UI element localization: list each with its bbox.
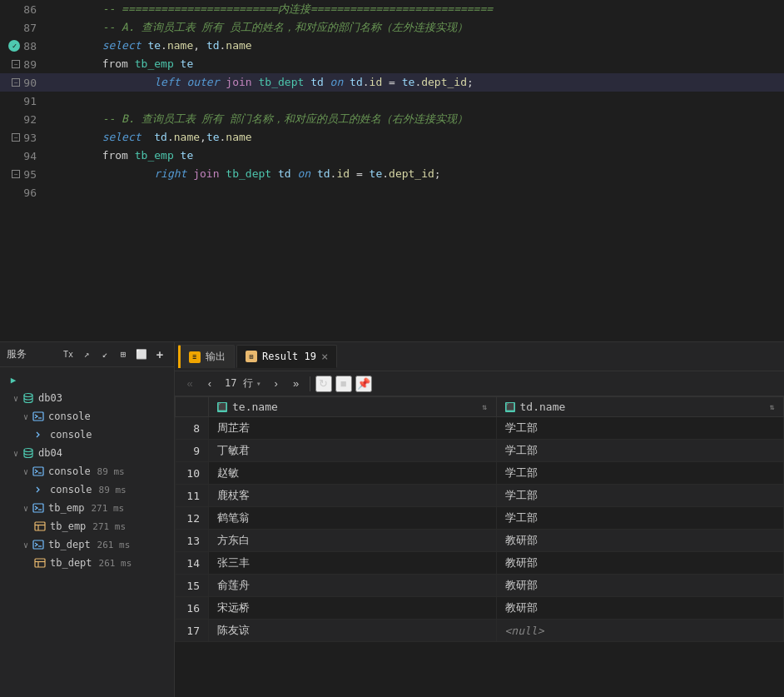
sidebar-tree: ▶ ∨ db03 ∨ console — [0, 367, 174, 575]
line-number-92: 92 — [0, 113, 43, 126]
row-tdname-cell: 学工部 — [496, 462, 784, 485]
service-label: 服务 — [7, 347, 27, 361]
row-num-cell: 15 — [176, 575, 209, 597]
refresh-button[interactable]: ↻ — [315, 376, 332, 392]
console2-child-badge: 89 ms — [99, 485, 127, 495]
pin-button[interactable]: 📌 — [355, 376, 372, 392]
db-icon-db03 — [22, 391, 35, 405]
console2-child-label: console — [50, 484, 92, 495]
svg-rect-13 — [35, 559, 45, 567]
sidebar-item-console2-child[interactable]: console 89 ms — [0, 480, 174, 499]
toolbar-sep-1 — [310, 376, 310, 391]
row-num-cell: 17 — [176, 620, 209, 642]
tab-close-result19[interactable]: × — [321, 350, 328, 363]
tab-result19[interactable]: ⊞ Result 19 × — [236, 345, 337, 368]
fold-icon-90[interactable]: − — [12, 78, 20, 87]
result-table-container[interactable]: ⬛ te.name ⇅ ⬛ td.name ⇅ — [175, 396, 784, 697]
fold-icon-95[interactable]: − — [12, 170, 20, 178]
result-table-body: 8周芷若学工部9丁敏君学工部10赵敏学工部11鹿杖客学工部12鹤笔翁学工部13方… — [176, 417, 784, 642]
tbdept-badge: 261 ms — [97, 540, 131, 550]
code-line-96: 96 — [0, 183, 784, 202]
stop-button[interactable]: ■ — [335, 376, 352, 392]
sidebar-item-console2[interactable]: ∨ console 89 ms — [0, 462, 174, 480]
nav-first-button[interactable]: « — [181, 376, 198, 392]
right-panel: ≡ 输出 ⊞ Result 19 × « ‹ 17 行 ▾ › » ↻ ■ 📌 — [175, 342, 784, 697]
table-row: 10赵敏学工部 — [176, 462, 784, 485]
tbemp-badge: 271 ms — [91, 503, 124, 514]
row-tdname-cell: 教研部 — [496, 552, 784, 575]
row-num-cell: 9 — [176, 440, 209, 462]
row-tdname-cell: 学工部 — [496, 440, 784, 462]
row-tename-cell: 方东白 — [209, 530, 497, 552]
svg-rect-8 — [35, 522, 45, 530]
table-header-row: ⬛ te.name ⇅ ⬛ td.name ⇅ — [176, 397, 784, 417]
row-num-cell: 10 — [176, 462, 209, 485]
nav-last-button[interactable]: » — [288, 376, 305, 392]
sidebar-item-tb-dept-child[interactable]: tb_dept 261 ms — [0, 554, 174, 572]
row-tename-cell: 赵敏 — [209, 462, 497, 485]
console1-child-label: console — [50, 429, 92, 441]
layout-icon[interactable]: ⬜ — [134, 347, 149, 362]
console-child-icon-2 — [33, 483, 47, 496]
row-tename-cell: 陈友谅 — [209, 620, 497, 642]
sidebar-item-console1-child[interactable]: console — [0, 426, 174, 444]
row-tename-cell: 宋远桥 — [209, 597, 497, 620]
col-header-tename[interactable]: ⬛ te.name ⇅ — [209, 397, 497, 417]
col-header-tdname[interactable]: ⬛ td.name ⇅ — [496, 397, 784, 417]
tename-sort-icon[interactable]: ⇅ — [482, 402, 487, 411]
sidebar-item-tb-emp-child[interactable]: tb_emp 271 ms — [0, 517, 174, 535]
table-row: 12鹤笔翁学工部 — [176, 507, 784, 530]
console-child-icon-1 — [33, 428, 47, 441]
sidebar-item-db03[interactable]: ∨ db03 — [0, 389, 174, 407]
table-row: 15俞莲舟教研部 — [176, 575, 784, 597]
sidebar-item-play[interactable]: ▶ — [0, 371, 174, 389]
sidebar-item-console1[interactable]: ∨ console — [0, 407, 174, 426]
sidebar-item-tb-emp[interactable]: ∨ tb_emp 271 ms — [0, 499, 174, 517]
chevron-console2: ∨ — [23, 467, 28, 476]
row-tename-cell: 丁敏君 — [209, 440, 497, 462]
play-icon: ▶ — [7, 373, 20, 386]
tbdept-child-label: tb_dept — [50, 557, 92, 569]
table-row: 8周芷若学工部 — [176, 417, 784, 440]
console-icon-2 — [32, 465, 45, 478]
chevron-tbemp: ∨ — [23, 504, 28, 513]
table-row: 9丁敏君学工部 — [176, 440, 784, 462]
tdname-col-icon: ⬛ — [505, 402, 515, 412]
db04-label: db04 — [38, 447, 62, 459]
row-tename-cell: 张三丰 — [209, 552, 497, 575]
console-icon-1 — [32, 410, 45, 423]
grid-icon[interactable]: ⊞ — [116, 347, 131, 362]
line-number-88: ✓ 88 — [0, 40, 43, 52]
tabs-bar: ≡ 输出 ⊞ Result 19 × — [175, 342, 784, 371]
tbemp-icon — [32, 501, 45, 515]
table-row: 14张三丰教研部 — [176, 552, 784, 575]
tdname-col-label: td.name — [520, 401, 566, 413]
expand-icon[interactable]: ↗ — [79, 347, 94, 362]
fold-icon-89[interactable]: − — [12, 60, 20, 68]
tx-icon[interactable]: Tx — [61, 347, 76, 362]
row-num-cell: 16 — [176, 597, 209, 620]
chevron-db03: ∨ — [13, 394, 18, 403]
tbemp-child-label: tb_emp — [50, 520, 86, 532]
nav-next-button[interactable]: › — [268, 376, 285, 392]
line-number-91: 91 — [0, 95, 43, 107]
code-editor[interactable]: 86 -- ========================内连接=======… — [0, 0, 784, 341]
collapse-icon[interactable]: ↙ — [97, 347, 112, 362]
sidebar-item-db04[interactable]: ∨ db04 — [0, 444, 174, 462]
add-icon[interactable]: + — [152, 347, 167, 362]
rows-info: 17 行 ▾ — [221, 376, 265, 391]
db03-label: db03 — [38, 392, 62, 404]
chevron-db04: ∨ — [13, 449, 18, 458]
nav-prev-button[interactable]: ‹ — [201, 376, 218, 392]
rows-dropdown-icon[interactable]: ▾ — [256, 379, 261, 388]
line-number-93: − 93 — [0, 132, 43, 144]
console2-badge: 89 ms — [97, 466, 125, 477]
fold-icon-93[interactable]: − — [12, 133, 20, 142]
row-tename-cell: 周芷若 — [209, 417, 497, 440]
sidebar-item-tb-dept[interactable]: ∨ tb_dept 261 ms — [0, 535, 174, 554]
check-icon: ✓ — [8, 40, 20, 52]
tab-output[interactable]: ≡ 输出 — [178, 345, 235, 368]
tdname-sort-icon[interactable]: ⇅ — [770, 402, 775, 411]
line-number-90: − 90 — [0, 77, 43, 89]
table-row: 16宋远桥教研部 — [176, 597, 784, 620]
